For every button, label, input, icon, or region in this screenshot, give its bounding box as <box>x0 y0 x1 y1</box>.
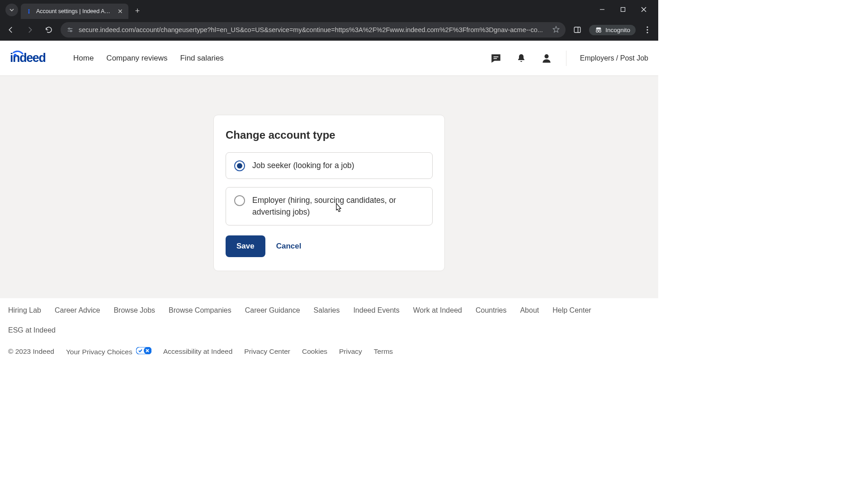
side-panel-button[interactable] <box>570 23 585 37</box>
footer-links: Hiring Lab Career Advice Browse Jobs Bro… <box>8 306 650 334</box>
site-header: indeed Home Company reviews Find salarie… <box>0 41 658 76</box>
footer-career-guidance[interactable]: Career Guidance <box>245 306 300 314</box>
privacy-toggle-icon <box>136 347 151 354</box>
profile-icon[interactable] <box>541 52 552 64</box>
nav-company-reviews[interactable]: Company reviews <box>106 54 167 63</box>
window-maximize-icon[interactable] <box>617 7 629 12</box>
terms-link[interactable]: Terms <box>374 347 393 356</box>
svg-point-17 <box>646 32 648 33</box>
bookmark-star-icon[interactable] <box>552 25 560 35</box>
url-field[interactable]: secure.indeed.com/account/changeusertype… <box>61 22 566 38</box>
privacy-choices-link[interactable]: Your Privacy Choices <box>66 347 151 356</box>
tab-strip: Account settings | Indeed Acco ✕ + <box>0 0 658 19</box>
option-job-seeker-label: Job seeker (looking for a job) <box>252 160 354 171</box>
new-tab-button[interactable]: + <box>131 5 144 17</box>
browser-tab[interactable]: Account settings | Indeed Acco ✕ <box>21 4 128 19</box>
svg-rect-10 <box>574 27 580 33</box>
svg-rect-1 <box>28 11 29 14</box>
favicon-indeed-icon <box>25 8 33 15</box>
incognito-chip[interactable]: Incognito <box>589 25 636 35</box>
nav-home[interactable]: Home <box>73 54 94 63</box>
reload-button[interactable] <box>42 23 56 37</box>
main-content: Change account type Job seeker (looking … <box>0 76 658 298</box>
window-close-icon[interactable] <box>637 7 650 12</box>
svg-rect-3 <box>621 8 625 12</box>
footer-indeed-events[interactable]: Indeed Events <box>353 306 399 314</box>
svg-text:indeed: indeed <box>10 51 46 64</box>
nav-find-salaries[interactable]: Find salaries <box>180 54 223 63</box>
card-actions: Save Cancel <box>226 235 433 257</box>
back-button[interactable] <box>4 23 18 37</box>
option-employer-label: Employer (hiring, sourcing candidates, o… <box>252 195 424 218</box>
copyright: © 2023 Indeed <box>8 347 54 356</box>
primary-nav: Home Company reviews Find salaries <box>73 54 224 63</box>
incognito-icon <box>594 27 603 33</box>
svg-point-22 <box>544 54 548 58</box>
svg-point-9 <box>70 30 71 32</box>
tab-search-button[interactable] <box>5 4 18 16</box>
svg-point-16 <box>646 29 648 30</box>
accessibility-link[interactable]: Accessibility at Indeed <box>163 347 232 356</box>
tab-close-icon[interactable]: ✕ <box>117 7 124 15</box>
svg-point-19 <box>14 53 17 56</box>
radio-employer[interactable] <box>234 195 245 206</box>
url-text: secure.indeed.com/account/changeusertype… <box>79 26 547 33</box>
option-employer[interactable]: Employer (hiring, sourcing candidates, o… <box>226 187 433 225</box>
footer-legal: © 2023 Indeed Your Privacy Choices Acces… <box>8 347 650 356</box>
footer-work-at-indeed[interactable]: Work at Indeed <box>413 306 462 314</box>
svg-point-13 <box>599 30 601 33</box>
svg-point-8 <box>68 28 70 29</box>
change-account-type-card: Change account type Job seeker (looking … <box>213 115 445 271</box>
incognito-label: Incognito <box>605 27 630 33</box>
footer-salaries[interactable]: Salaries <box>314 306 340 314</box>
browser-chrome: Account settings | Indeed Acco ✕ + secur… <box>0 0 658 41</box>
save-button[interactable]: Save <box>226 235 265 257</box>
indeed-logo[interactable]: indeed <box>10 51 64 66</box>
footer-browse-companies[interactable]: Browse Companies <box>169 306 231 314</box>
cancel-button[interactable]: Cancel <box>276 242 302 251</box>
card-title: Change account type <box>226 129 433 141</box>
privacy-choices-label: Your Privacy Choices <box>66 348 132 356</box>
site-controls-icon[interactable] <box>66 26 74 34</box>
forward-button[interactable] <box>23 23 37 37</box>
footer-countries[interactable]: Countries <box>476 306 506 314</box>
header-right: Employers / Post Job <box>490 51 648 66</box>
footer-browse-jobs[interactable]: Browse Jobs <box>113 306 155 314</box>
separator <box>566 51 566 66</box>
window-controls <box>588 0 658 19</box>
window-minimize-icon[interactable] <box>596 7 609 12</box>
footer-career-advice[interactable]: Career Advice <box>55 306 100 314</box>
notifications-icon[interactable] <box>515 52 527 64</box>
svg-point-15 <box>646 26 648 28</box>
site-footer: Hiring Lab Career Advice Browse Jobs Bro… <box>0 298 658 369</box>
page-viewport[interactable]: indeed Home Company reviews Find salarie… <box>0 41 658 369</box>
footer-help-center[interactable]: Help Center <box>552 306 591 314</box>
footer-esg[interactable]: ESG at Indeed <box>8 326 56 334</box>
privacy-link[interactable]: Privacy <box>339 347 362 356</box>
tab-title: Account settings | Indeed Acco <box>36 8 113 14</box>
footer-about[interactable]: About <box>520 306 539 314</box>
address-bar: secure.indeed.com/account/changeusertype… <box>0 19 658 41</box>
privacy-center-link[interactable]: Privacy Center <box>244 347 290 356</box>
cookies-link[interactable]: Cookies <box>302 347 327 356</box>
radio-job-seeker[interactable] <box>234 160 245 171</box>
svg-point-0 <box>28 9 30 11</box>
employers-link[interactable]: Employers / Post Job <box>580 54 648 62</box>
messages-icon[interactable] <box>490 52 502 64</box>
option-job-seeker[interactable]: Job seeker (looking for a job) <box>226 152 433 179</box>
chrome-menu-button[interactable] <box>640 26 655 33</box>
svg-point-12 <box>596 30 599 33</box>
footer-hiring-lab[interactable]: Hiring Lab <box>8 306 41 314</box>
